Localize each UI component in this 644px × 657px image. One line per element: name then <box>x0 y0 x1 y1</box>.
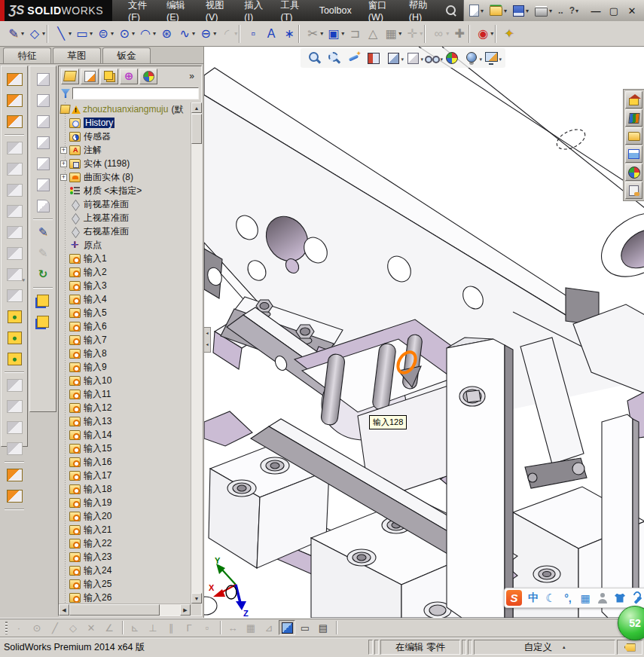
section-view-icon[interactable] <box>365 50 382 66</box>
tree-item-import-2[interactable]: 输入2 <box>59 265 191 279</box>
tree-item-history[interactable]: History <box>59 116 191 130</box>
arc-icon[interactable]: ◠ ▾ <box>136 23 157 44</box>
swept-flange-icon[interactable] <box>4 485 25 506</box>
previous-view-icon[interactable] <box>346 50 362 66</box>
view-palette-icon[interactable] <box>625 145 642 163</box>
perpendicular-snap-icon[interactable]: ⊥ <box>145 620 161 635</box>
parallel-snap-icon[interactable]: ∥ <box>163 620 179 635</box>
help-icon[interactable]: ? ▾ <box>567 4 581 17</box>
ellipse-icon[interactable]: ⊖ ▾ <box>197 23 218 44</box>
open-icon[interactable]: ▾ <box>487 5 509 17</box>
menu-item[interactable]: 窗口(W) <box>360 0 401 21</box>
close-button[interactable]: ✕ <box>623 3 641 18</box>
circle-icon[interactable]: ⊙ ▾ <box>115 23 136 44</box>
tree-filter-input[interactable] <box>72 87 199 99</box>
apply-scene-icon[interactable]: ▾ <box>463 50 480 66</box>
edge-flange-icon[interactable] <box>4 137 25 158</box>
display-relations-icon[interactable]: ∞ ▾ <box>429 23 450 44</box>
hide-show-items-icon[interactable]: ▾ <box>424 50 441 66</box>
tree-item-import-8[interactable]: 输入8 <box>59 347 191 360</box>
tree-item-import-26[interactable]: 输入26 <box>59 591 191 604</box>
filter-funnel-icon[interactable] <box>61 89 70 98</box>
tree-root-item[interactable]: zhouzhuanxiangmuju (默 <box>59 102 191 116</box>
tree-item-front-plane[interactable]: 前视基准面 <box>59 197 191 211</box>
ime-chinese-mode-icon[interactable]: 中 <box>528 591 539 605</box>
vent-icon[interactable] <box>4 348 25 369</box>
scroll-thumb-horizontal[interactable] <box>69 604 160 616</box>
tree-item-import-3[interactable]: 输入3 <box>59 279 191 292</box>
cross-break-icon[interactable] <box>4 243 25 264</box>
offset-entities-icon[interactable]: ⊐ <box>346 23 364 44</box>
search-icon[interactable] <box>446 5 457 17</box>
tree-item-import-16[interactable]: 输入16 <box>59 455 191 469</box>
tree-item-import-23[interactable]: 输入23 <box>59 550 191 564</box>
convert-to-sheet-metal-icon[interactable] <box>4 90 25 111</box>
tree-item-origin[interactable]: 原点 <box>59 238 191 252</box>
menu-item[interactable]: 插入(I) <box>236 0 272 21</box>
tab-sheet-metal[interactable]: 钣金 <box>102 47 151 63</box>
tags-cell[interactable] <box>617 640 642 655</box>
shaded-view-icon[interactable] <box>279 620 295 635</box>
lofted-bend-icon[interactable] <box>4 111 25 132</box>
sketched-bend-icon[interactable] <box>4 222 25 243</box>
rip-icon[interactable] <box>4 464 25 485</box>
view-left-icon[interactable] <box>32 132 53 153</box>
quadrant-snap-icon[interactable]: ◇ <box>65 620 81 635</box>
tree-item-solid-bodies[interactable]: + 实体 (1198) <box>59 157 191 170</box>
tree-item-import-12[interactable]: 输入12 <box>59 401 191 414</box>
jog-icon[interactable] <box>4 200 25 222</box>
minimize-button[interactable]: — <box>587 3 605 18</box>
view-orientation-icon[interactable]: ▾ <box>385 50 401 66</box>
menu-item[interactable]: Toolbox <box>311 0 360 21</box>
sogou-logo-icon[interactable]: S <box>506 590 522 606</box>
configurationmanager-tab-icon[interactable] <box>100 69 118 84</box>
multi-view-icon[interactable]: ▤ <box>315 620 331 635</box>
custom-properties-icon[interactable] <box>625 182 642 199</box>
simple-hole-icon[interactable] <box>4 327 25 348</box>
tree-item-material[interactable]: 材质 <未指定> <box>59 184 191 197</box>
tree-item-import-25[interactable]: 输入25 <box>59 577 191 591</box>
ime-moon-icon[interactable] <box>545 591 556 605</box>
flatten-icon[interactable] <box>4 417 25 438</box>
center-snap-icon[interactable]: ⊙ <box>29 620 45 635</box>
tree-item-import-22[interactable]: 输入22 <box>59 536 191 550</box>
zoom-to-fit-icon[interactable] <box>307 50 323 66</box>
scroll-right-icon[interactable]: ▶ <box>180 604 191 616</box>
ime-wrench-icon[interactable] <box>632 591 642 605</box>
view-back-icon[interactable] <box>32 111 53 132</box>
update-sketch-icon[interactable]: ↻ <box>32 264 53 285</box>
dimxpertmanager-tab-icon[interactable] <box>120 69 138 84</box>
length-snap-icon[interactable]: ↔ <box>224 620 241 635</box>
print-icon[interactable]: ▾ <box>533 4 554 18</box>
scroll-track[interactable] <box>160 604 180 616</box>
ime-person-icon[interactable] <box>597 591 608 605</box>
model-canvas[interactable] <box>204 47 644 618</box>
smart-dimension-icon[interactable]: ◇ ▾ <box>26 23 47 44</box>
ime-skin-icon[interactable] <box>615 591 625 605</box>
tree-item-top-plane[interactable]: 上视基准面 <box>59 211 191 225</box>
resources-icon[interactable] <box>625 91 642 108</box>
hem-icon[interactable] <box>4 179 25 200</box>
propertymanager-tab-icon[interactable] <box>81 69 99 84</box>
menu-item[interactable]: 视图(V) <box>197 0 237 21</box>
scroll-left-icon[interactable]: ◀ <box>59 604 69 616</box>
menu-item[interactable]: 帮助(H) <box>401 0 440 21</box>
tree-item-import-15[interactable]: 输入15 <box>59 442 191 455</box>
base-flange-icon[interactable] <box>4 69 25 90</box>
tree-item-import-1[interactable]: 输入1 <box>59 252 191 265</box>
restore-button[interactable]: ▢ <box>605 3 623 18</box>
tree-item-import-13[interactable]: 输入13 <box>59 414 191 428</box>
tree-item-import-19[interactable]: 输入19 <box>59 496 191 509</box>
scroll-up-icon[interactable]: ▲ <box>191 102 202 113</box>
tree-item-import-18[interactable]: 输入18 <box>59 482 191 496</box>
unfold-icon[interactable] <box>4 374 25 396</box>
rectangle-icon[interactable]: ▭ ▾ <box>73 23 94 44</box>
custom-status-dropdown[interactable]: 自定义 ▴ <box>474 640 615 655</box>
tangent-snap-icon[interactable]: ⊾ <box>127 620 143 635</box>
menu-item[interactable]: 文件(F) <box>120 0 158 21</box>
corners-icon[interactable]: ▾ <box>4 264 25 285</box>
tree-item-import-21[interactable]: 输入21 <box>59 523 191 536</box>
grid-snap-icon[interactable]: ▦ <box>243 620 259 635</box>
expander-box[interactable]: + <box>60 147 67 154</box>
expand-chevrons-icon[interactable]: » <box>189 71 199 81</box>
